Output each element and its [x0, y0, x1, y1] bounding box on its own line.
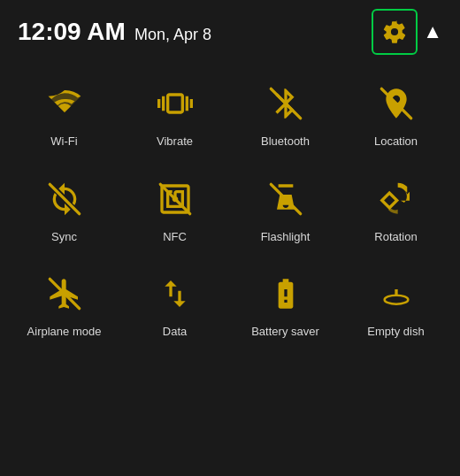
rotation-icon	[372, 175, 420, 223]
header: 12:09 AM Mon, Apr 8 ▲	[0, 0, 460, 60]
vibrate-icon	[151, 80, 199, 127]
tile-bluetooth[interactable]: Bluetooth	[230, 69, 341, 156]
tile-rotation[interactable]: Rotation	[341, 165, 451, 251]
svg-line-3	[160, 184, 189, 213]
sync-label: Sync	[51, 230, 77, 244]
tile-emptydish[interactable]: Empty dish	[341, 259, 451, 346]
tile-wifi[interactable]: Wi-Fi	[9, 69, 119, 156]
tile-airplane[interactable]: Airplane mode	[9, 259, 119, 346]
vibrate-label: Vibrate	[157, 134, 193, 149]
data-icon	[151, 270, 199, 318]
data-label: Data	[163, 325, 187, 339]
date-label: Mon, Apr 8	[134, 26, 211, 44]
rotation-label: Rotation	[374, 230, 417, 244]
tile-flashlight[interactable]: Flashlight	[230, 165, 341, 251]
bluetooth-label: Bluetooth	[261, 134, 310, 149]
emptydish-icon	[372, 270, 420, 318]
collapse-button[interactable]: ▲	[423, 20, 442, 43]
flashlight-label: Flashlight	[261, 230, 310, 244]
nfc-icon	[151, 175, 199, 223]
nfc-label: NFC	[163, 230, 187, 244]
airplane-label: Airplane mode	[27, 325, 102, 339]
wifi-icon	[41, 80, 88, 127]
location-icon	[372, 80, 420, 127]
tile-data[interactable]: Data	[119, 259, 230, 346]
airplane-icon	[41, 270, 88, 318]
quick-settings-grid: Wi-FiVibrateBluetoothLocationSyncNFCFlas…	[0, 60, 460, 355]
wifi-label: Wi-Fi	[50, 134, 77, 149]
clock-time: 12:09 AM	[18, 18, 126, 46]
svg-point-6	[384, 296, 408, 304]
location-label: Location	[374, 134, 418, 149]
tile-battery[interactable]: Battery saver	[230, 259, 341, 346]
bluetooth-icon	[262, 80, 310, 127]
sync-icon	[41, 175, 88, 223]
battery-icon	[262, 270, 310, 318]
tile-sync[interactable]: Sync	[9, 165, 119, 251]
flashlight-icon	[262, 175, 310, 223]
tile-nfc[interactable]: NFC	[119, 165, 230, 251]
header-icons: ▲	[372, 9, 442, 55]
emptydish-label: Empty dish	[367, 325, 424, 339]
svg-line-4	[271, 184, 300, 213]
tile-vibrate[interactable]: Vibrate	[119, 69, 230, 156]
time-block: 12:09 AM Mon, Apr 8	[18, 18, 211, 46]
gear-icon	[382, 19, 407, 44]
tile-location[interactable]: Location	[341, 69, 451, 156]
battery-label: Battery saver	[251, 325, 319, 339]
settings-button[interactable]	[372, 9, 418, 55]
